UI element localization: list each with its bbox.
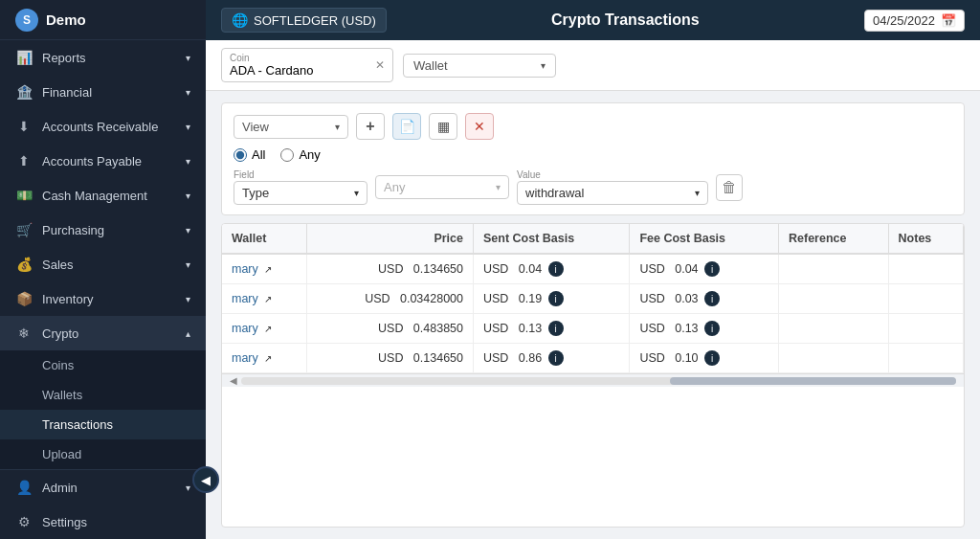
softledger-badge[interactable]: 🌐 SOFTLEDGER (USD) <box>221 8 387 33</box>
transactions-table-wrap: Wallet Price Sent Cost Basis Fee Cost Ba… <box>221 223 965 528</box>
field-value: Type <box>242 186 269 200</box>
add-filter-button[interactable]: + <box>356 113 385 140</box>
cell-wallet: mary ↗ <box>222 254 306 284</box>
sidebar-item-financial[interactable]: 🏦 Financial ▾ <box>0 75 206 109</box>
sidebar-item-label: Settings <box>42 515 87 529</box>
table-row: mary ↗ USD 0.03428000 USD 0.19 i USD 0.0… <box>222 284 964 314</box>
fee-cost-info-icon[interactable]: i <box>704 321 720 336</box>
scrollbar-track[interactable] <box>241 377 956 385</box>
coin-select[interactable]: Coin ADA - Cardano ✕ <box>221 48 393 82</box>
purchasing-icon: 🛒 <box>15 221 33 238</box>
sent-cost-info-icon[interactable]: i <box>548 350 564 366</box>
sent-cost-info-icon[interactable]: i <box>548 261 564 277</box>
cell-price: USD 0.134650 <box>306 344 473 373</box>
value-select[interactable]: withdrawal ▾ <box>517 181 708 205</box>
all-radio[interactable] <box>234 148 247 162</box>
sidebar-item-sales[interactable]: 💰 Sales ▾ <box>0 247 206 281</box>
cell-fee-cost-basis: USD 0.13 i <box>630 314 779 344</box>
sidebar-collapse-button[interactable]: ◀ <box>192 466 219 501</box>
field-select[interactable]: Type ▾ <box>234 181 368 205</box>
sidebar-item-label: Reports <box>42 51 86 65</box>
external-link-icon[interactable]: ↗ <box>264 264 272 275</box>
sidebar-item-label: Accounts Receivable <box>42 120 158 134</box>
sidebar-sub-item-upload[interactable]: Upload <box>0 439 206 469</box>
wallet-chevron-icon: ▾ <box>541 60 546 71</box>
condition-select[interactable]: Any ▾ <box>375 175 509 199</box>
wallet-link[interactable]: mary <box>232 262 258 276</box>
softledger-badge-text: SOFTLEDGER (USD) <box>254 13 376 28</box>
view-select[interactable]: View ▾ <box>234 115 348 139</box>
scrollbar-thumb[interactable] <box>670 377 956 385</box>
chevron-up-icon: ▴ <box>186 328 190 339</box>
fee-cost-info-icon[interactable]: i <box>704 291 720 306</box>
clear-filters-button[interactable]: ✕ <box>465 113 494 140</box>
globe-icon: 🌐 <box>232 12 248 28</box>
any-radio-label[interactable]: Any <box>280 147 320 162</box>
filter-bar: Coin ADA - Cardano ✕ Wallet ▾ <box>206 40 980 91</box>
cell-sent-cost-basis: USD 0.04 i <box>474 254 630 284</box>
external-link-icon[interactable]: ↗ <box>264 324 272 334</box>
sent-cost-info-icon[interactable]: i <box>548 321 564 336</box>
date-picker[interactable]: 04/25/2022 📅 <box>864 10 965 32</box>
sidebar-item-label: Admin <box>42 481 78 495</box>
scroll-left-arrow[interactable]: ◀ <box>230 375 237 386</box>
sidebar-item-crypto[interactable]: ❄ Crypto ▴ <box>0 316 206 350</box>
view-toolbar: View ▾ + 📄 ▦ ✕ All Any <box>221 102 965 215</box>
value-field-value: withdrawal <box>525 186 584 200</box>
sidebar-item-cash-management[interactable]: 💵 Cash Management ▾ <box>0 178 206 213</box>
crypto-submenu: Coins Wallets Transactions Upload <box>0 350 206 469</box>
filter-condition-row: Field Type ▾ Any ▾ Value withdrawal ▾ <box>234 169 952 205</box>
sidebar-item-settings[interactable]: ⚙ Settings <box>0 505 206 539</box>
content-area: View ▾ + 📄 ▦ ✕ All Any <box>206 91 980 539</box>
wallet-link[interactable]: mary <box>232 322 258 335</box>
cell-reference <box>779 314 889 344</box>
chevron-down-icon: ▾ <box>186 294 190 304</box>
wallet-link[interactable]: mary <box>232 351 258 365</box>
wallet-select[interactable]: Wallet ▾ <box>403 54 556 78</box>
table-row: mary ↗ USD 0.483850 USD 0.13 i USD 0.13 … <box>222 314 964 344</box>
any-label: Any <box>299 147 320 162</box>
cell-wallet: mary ↗ <box>222 344 306 373</box>
sidebar-sub-item-transactions[interactable]: Transactions <box>0 410 206 439</box>
wallet-link[interactable]: mary <box>232 292 258 305</box>
table-row: mary ↗ USD 0.134650 USD 0.04 i USD 0.04 … <box>222 254 964 284</box>
condition-chevron-icon: ▾ <box>496 182 501 192</box>
sidebar-item-purchasing[interactable]: 🛒 Purchasing ▾ <box>0 213 206 247</box>
sidebar-item-accounts-receivable[interactable]: ⬇ Accounts Receivable ▾ <box>0 109 206 144</box>
external-link-icon[interactable]: ↗ <box>264 294 272 304</box>
fee-cost-info-icon[interactable]: i <box>704 350 720 366</box>
chevron-down-icon: ▾ <box>186 483 190 493</box>
all-radio-label[interactable]: All <box>234 147 265 162</box>
chevron-down-icon: ▾ <box>186 191 190 201</box>
horizontal-scrollbar[interactable]: ◀ <box>222 373 964 387</box>
columns-button[interactable]: ▦ <box>429 113 457 140</box>
cash-management-icon: 💵 <box>15 187 33 204</box>
sidebar-item-label: Inventory <box>42 292 93 306</box>
sidebar-sub-item-wallets[interactable]: Wallets <box>0 380 206 410</box>
sidebar-item-label: Sales <box>42 258 74 272</box>
fee-cost-info-icon[interactable]: i <box>704 261 720 277</box>
chevron-down-icon: ▾ <box>186 225 190 236</box>
coin-clear-icon[interactable]: ✕ <box>375 58 385 72</box>
transactions-table: Wallet Price Sent Cost Basis Fee Cost Ba… <box>222 224 964 373</box>
all-label: All <box>252 147 265 162</box>
export-doc-button[interactable]: 📄 <box>392 113 421 140</box>
sidebar-item-label: Financial <box>42 85 92 100</box>
cell-sent-cost-basis: USD 0.19 i <box>474 284 630 314</box>
sent-cost-info-icon[interactable]: i <box>548 291 564 306</box>
accounts-payable-icon: ⬆ <box>15 152 33 169</box>
logo-text: Demo <box>46 11 86 28</box>
view-chevron-icon: ▾ <box>335 122 340 132</box>
sidebar-item-reports[interactable]: 📊 Reports ▾ <box>0 40 206 75</box>
sidebar-item-admin[interactable]: 👤 Admin ▾ <box>0 470 206 505</box>
delete-filter-button[interactable]: 🗑 <box>716 174 743 201</box>
toolbar-row: View ▾ + 📄 ▦ ✕ <box>234 113 952 140</box>
sidebar-sub-item-coins[interactable]: Coins <box>0 350 206 380</box>
external-link-icon[interactable]: ↗ <box>264 353 272 364</box>
sidebar-item-inventory[interactable]: 📦 Inventory ▾ <box>0 281 206 316</box>
any-radio[interactable] <box>280 148 294 162</box>
col-reference: Reference <box>779 224 889 254</box>
cell-reference <box>779 344 889 373</box>
sidebar-item-accounts-payable[interactable]: ⬆ Accounts Payable ▾ <box>0 144 206 178</box>
cell-price: USD 0.03428000 <box>306 284 473 314</box>
